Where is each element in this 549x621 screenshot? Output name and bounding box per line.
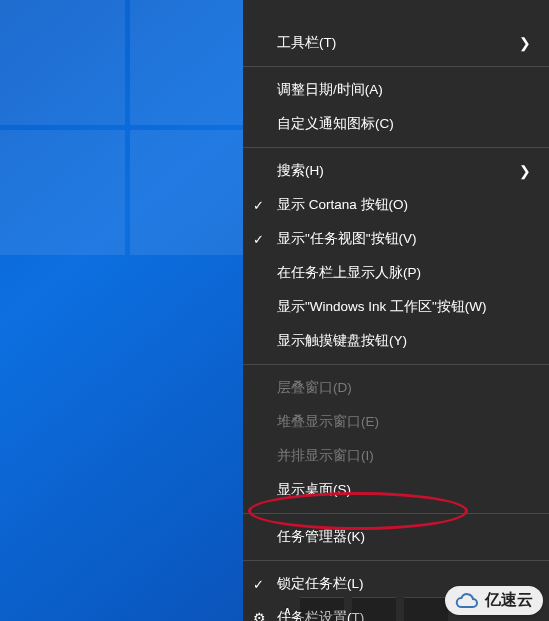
menu-item-label: 自定义通知图标(C) bbox=[277, 115, 531, 133]
menu-item-label: 显示"Windows Ink 工作区"按钮(W) bbox=[277, 298, 531, 316]
gear-icon: ⚙ bbox=[253, 610, 266, 621]
menu-item-show-taskview-button[interactable]: ✓ 显示"任务视图"按钮(V) bbox=[243, 222, 549, 256]
check-icon: ✓ bbox=[253, 198, 264, 213]
tray-overflow-caret-icon[interactable]: ∧ bbox=[274, 603, 300, 619]
taskbar-context-menu: 工具栏(T) ❯ 调整日期/时间(A) 自定义通知图标(C) 搜索(H) ❯ ✓… bbox=[243, 0, 549, 621]
menu-item-label: 工具栏(T) bbox=[277, 34, 519, 52]
menu-item-label: 搜索(H) bbox=[277, 162, 519, 180]
cloud-icon bbox=[453, 591, 479, 611]
separator bbox=[243, 513, 549, 514]
menu-item-label: 显示触摸键盘按钮(Y) bbox=[277, 332, 531, 350]
taskbar-preview-blocks bbox=[300, 593, 460, 621]
separator bbox=[243, 147, 549, 148]
desktop[interactable]: 工具栏(T) ❯ 调整日期/时间(A) 自定义通知图标(C) 搜索(H) ❯ ✓… bbox=[0, 0, 549, 621]
menu-item-adjust-datetime[interactable]: 调整日期/时间(A) bbox=[243, 73, 549, 107]
separator bbox=[243, 364, 549, 365]
menu-item-label: 显示桌面(S) bbox=[277, 481, 531, 499]
menu-item-label: 显示"任务视图"按钮(V) bbox=[277, 230, 531, 248]
menu-item-label: 堆叠显示窗口(E) bbox=[277, 413, 531, 431]
menu-item-label: 任务管理器(K) bbox=[277, 528, 531, 546]
menu-item-task-manager[interactable]: 任务管理器(K) bbox=[243, 520, 549, 554]
menu-item-customize-notification-icons[interactable]: 自定义通知图标(C) bbox=[243, 107, 549, 141]
menu-item-show-windows-ink-button[interactable]: 显示"Windows Ink 工作区"按钮(W) bbox=[243, 290, 549, 324]
menu-item-cascade-windows: 层叠窗口(D) bbox=[243, 371, 549, 405]
watermark-badge: 亿速云 bbox=[445, 586, 543, 615]
chevron-right-icon: ❯ bbox=[519, 163, 531, 179]
menu-item-side-by-side-windows: 并排显示窗口(I) bbox=[243, 439, 549, 473]
menu-item-label: 显示 Cortana 按钮(O) bbox=[277, 196, 531, 214]
separator bbox=[243, 66, 549, 67]
check-icon: ✓ bbox=[253, 232, 264, 247]
menu-item-label: 调整日期/时间(A) bbox=[277, 81, 531, 99]
menu-item-label: 层叠窗口(D) bbox=[277, 379, 531, 397]
check-icon: ✓ bbox=[253, 577, 264, 592]
menu-item-toolbars[interactable]: 工具栏(T) ❯ bbox=[243, 26, 549, 60]
menu-item-label: 在任务栏上显示人脉(P) bbox=[277, 264, 531, 282]
menu-item-label: 并排显示窗口(I) bbox=[277, 447, 531, 465]
separator bbox=[243, 560, 549, 561]
menu-item-show-cortana-button[interactable]: ✓ 显示 Cortana 按钮(O) bbox=[243, 188, 549, 222]
windows-logo bbox=[0, 0, 260, 260]
menu-item-search[interactable]: 搜索(H) ❯ bbox=[243, 154, 549, 188]
menu-item-stacked-windows: 堆叠显示窗口(E) bbox=[243, 405, 549, 439]
menu-item-show-touch-keyboard-button[interactable]: 显示触摸键盘按钮(Y) bbox=[243, 324, 549, 358]
menu-item-show-desktop[interactable]: 显示桌面(S) bbox=[243, 473, 549, 507]
watermark-text: 亿速云 bbox=[485, 590, 533, 611]
menu-item-show-people-on-taskbar[interactable]: 在任务栏上显示人脉(P) bbox=[243, 256, 549, 290]
chevron-right-icon: ❯ bbox=[519, 35, 531, 51]
